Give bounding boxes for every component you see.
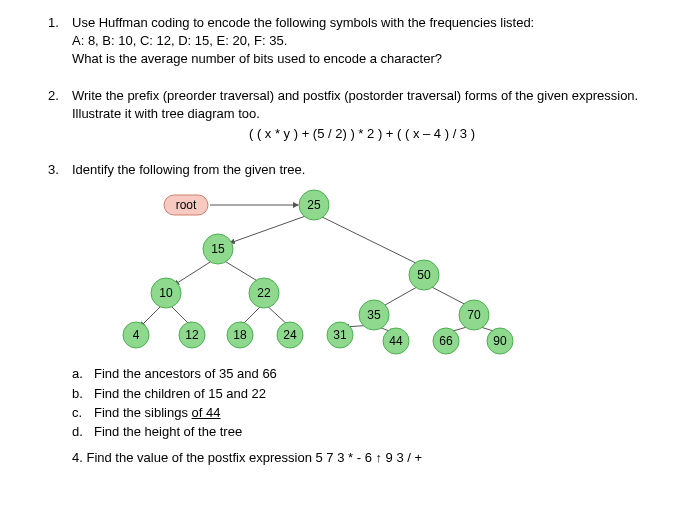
node-70: 70 bbox=[459, 300, 489, 330]
svg-text:4: 4 bbox=[133, 328, 140, 342]
question-4: 4. Find the value of the postfix express… bbox=[72, 449, 652, 467]
q3-sub-d: d. Find the height of the tree bbox=[72, 423, 652, 441]
node-44: 44 bbox=[383, 328, 409, 354]
node-50: 50 bbox=[409, 260, 439, 290]
node-25: 25 bbox=[299, 190, 329, 220]
svg-text:24: 24 bbox=[283, 328, 297, 342]
svg-text:66: 66 bbox=[439, 334, 453, 348]
svg-text:25: 25 bbox=[307, 198, 321, 212]
svg-text:70: 70 bbox=[467, 308, 481, 322]
question-2: 2. Write the prefix (preorder traversal)… bbox=[48, 87, 652, 144]
svg-text:31: 31 bbox=[333, 328, 347, 342]
q3-b-letter: b. bbox=[72, 385, 94, 403]
q1-line1: Use Huffman coding to encode the followi… bbox=[72, 14, 652, 32]
svg-text:12: 12 bbox=[185, 328, 199, 342]
svg-text:15: 15 bbox=[211, 242, 225, 256]
node-31: 31 bbox=[327, 322, 353, 348]
q3-sublist: a. Find the ancestors of 35 and 66 b. Fi… bbox=[72, 365, 652, 441]
q3-b-text: Find the children of 15 and 22 bbox=[94, 385, 266, 403]
node-24: 24 bbox=[277, 322, 303, 348]
q1-line2: A: 8, B: 10, C: 12, D: 15, E: 20, F: 35. bbox=[72, 32, 652, 50]
node-66: 66 bbox=[433, 328, 459, 354]
node-12: 12 bbox=[179, 322, 205, 348]
q2-number: 2. bbox=[48, 87, 72, 144]
question-3: 3. Identify the following from the given… bbox=[48, 161, 652, 179]
node-10: 10 bbox=[151, 278, 181, 308]
q3-c-under: of 44 bbox=[192, 405, 221, 420]
svg-text:35: 35 bbox=[367, 308, 381, 322]
q2-expression: ( ( x * y ) + (5 / 2) ) * 2 ) + ( ( x – … bbox=[72, 125, 652, 143]
node-35: 35 bbox=[359, 300, 389, 330]
q3-body: Identify the following from the given tr… bbox=[72, 161, 652, 179]
svg-text:44: 44 bbox=[389, 334, 403, 348]
q3-sub-c: c. Find the siblings of 44 bbox=[72, 404, 652, 422]
node-4: 4 bbox=[123, 322, 149, 348]
q3-d-letter: d. bbox=[72, 423, 94, 441]
svg-text:90: 90 bbox=[493, 334, 507, 348]
node-90: 90 bbox=[487, 328, 513, 354]
q3-d-text: Find the height of the tree bbox=[94, 423, 242, 441]
q3-c-pre: Find the siblings bbox=[94, 405, 192, 420]
q3-c-letter: c. bbox=[72, 404, 94, 422]
q3-c-text: Find the siblings of 44 bbox=[94, 404, 220, 422]
tree-diagram: root 25 15 50 10 22 35 70 4 12 18 24 31 … bbox=[88, 185, 652, 355]
q3-line1: Identify the following from the given tr… bbox=[72, 161, 652, 179]
q2-body: Write the prefix (preorder traversal) an… bbox=[72, 87, 652, 144]
svg-text:10: 10 bbox=[159, 286, 173, 300]
q3-sub-a: a. Find the ancestors of 35 and 66 bbox=[72, 365, 652, 383]
q1-body: Use Huffman coding to encode the followi… bbox=[72, 14, 652, 69]
q2-line1: Write the prefix (preorder traversal) an… bbox=[72, 87, 652, 105]
question-1: 1. Use Huffman coding to encode the foll… bbox=[48, 14, 652, 69]
svg-line-1 bbox=[230, 213, 314, 243]
tree-svg: root 25 15 50 10 22 35 70 4 12 18 24 31 … bbox=[88, 185, 548, 355]
node-22: 22 bbox=[249, 278, 279, 308]
q2-line2: Illustrate it with tree diagram too. bbox=[72, 105, 652, 123]
q1-line3: What is the average number of bits used … bbox=[72, 50, 652, 68]
q1-number: 1. bbox=[48, 14, 72, 69]
q3-sub-b: b. Find the children of 15 and 22 bbox=[72, 385, 652, 403]
q3-number: 3. bbox=[48, 161, 72, 179]
svg-text:18: 18 bbox=[233, 328, 247, 342]
svg-text:50: 50 bbox=[417, 268, 431, 282]
q3-a-letter: a. bbox=[72, 365, 94, 383]
tree-root-label: root bbox=[164, 195, 208, 215]
svg-line-2 bbox=[314, 213, 424, 267]
svg-text:root: root bbox=[176, 198, 197, 212]
q3-a-text: Find the ancestors of 35 and 66 bbox=[94, 365, 277, 383]
node-18: 18 bbox=[227, 322, 253, 348]
tree-edges bbox=[140, 205, 500, 333]
node-15: 15 bbox=[203, 234, 233, 264]
svg-text:22: 22 bbox=[257, 286, 271, 300]
